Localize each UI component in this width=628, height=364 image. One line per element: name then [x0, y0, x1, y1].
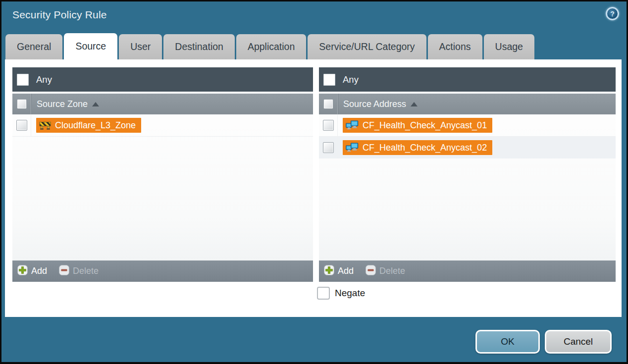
ok-button[interactable]: OK	[475, 330, 540, 354]
source-zone-column-header[interactable]: Source Zone	[12, 94, 313, 114]
row-checkbox[interactable]	[16, 120, 27, 131]
tab-usage[interactable]: Usage	[484, 34, 534, 59]
row-checkbox[interactable]	[323, 120, 334, 131]
sort-asc-icon[interactable]	[411, 102, 418, 106]
source-address-select-all-checkbox[interactable]	[323, 99, 333, 109]
source-address-any-checkbox[interactable]	[323, 74, 335, 86]
help-icon[interactable]: ?	[606, 7, 619, 20]
security-policy-rule-dialog: Security Policy Rule ? General Source Us…	[1, 1, 627, 362]
object-label: CF_Health_Check_Anycast_01	[363, 120, 487, 131]
tab-actions[interactable]: Actions	[428, 34, 482, 59]
list-item: Cloudflare_L3_Zone	[12, 114, 313, 137]
negate-checkbox[interactable]	[317, 287, 330, 300]
delete-icon	[366, 265, 376, 277]
tab-user[interactable]: User	[119, 34, 162, 59]
object-chip[interactable]: CF_Health_Check_Anycast_01	[343, 118, 492, 133]
source-address-delete-button[interactable]: Delete	[366, 265, 405, 277]
source-zone-footer: Add Delete	[12, 260, 313, 282]
source-zone-list: Cloudflare_L3_Zone	[12, 114, 313, 260]
tab-application[interactable]: Application	[236, 34, 306, 59]
source-address-list: CF_Health_Check_Anycast_01CF_Health_Chec…	[319, 114, 616, 260]
source-zone-any-label: Any	[36, 74, 52, 85]
source-zone-delete-button[interactable]: Delete	[59, 265, 99, 277]
source-zone-any-bar: Any	[12, 67, 313, 92]
source-address-column-title: Source Address	[343, 99, 406, 109]
source-address-column-header[interactable]: Source Address	[319, 94, 616, 114]
source-zone-select-all-checkbox[interactable]	[17, 99, 27, 109]
address-icon	[346, 120, 359, 131]
source-zone-any-checkbox[interactable]	[17, 74, 29, 86]
row-checkbox[interactable]	[323, 142, 334, 153]
tab-source[interactable]: Source	[64, 33, 117, 59]
tab-general[interactable]: General	[5, 34, 62, 59]
source-address-any-label: Any	[343, 74, 359, 85]
negate-option: Negate	[317, 287, 365, 300]
delete-icon	[59, 265, 69, 277]
object-label: CF_Health_Check_Anycast_02	[363, 143, 487, 153]
object-chip[interactable]: Cloudflare_L3_Zone	[36, 118, 141, 133]
add-icon	[17, 265, 28, 277]
tab-bar: General Source User Destination Applicat…	[5, 33, 534, 59]
source-address-any-bar: Any	[319, 67, 616, 92]
source-address-add-button[interactable]: Add	[324, 265, 354, 277]
object-label: Cloudflare_L3_Zone	[55, 120, 136, 131]
add-icon	[324, 265, 334, 277]
zone-icon	[39, 120, 51, 130]
cancel-button[interactable]: Cancel	[545, 330, 612, 354]
dialog-title: Security Policy Rule	[12, 9, 107, 21]
list-item: CF_Health_Check_Anycast_01	[319, 114, 616, 137]
tab-destination[interactable]: Destination	[163, 34, 235, 59]
source-zone-add-button[interactable]: Add	[17, 265, 47, 277]
source-zone-panel: Any Source Zone Cloudflare_L3_Zone Add D…	[12, 67, 313, 282]
negate-label: Negate	[335, 288, 365, 299]
sort-asc-icon[interactable]	[92, 102, 99, 106]
source-zone-column-title: Source Zone	[37, 99, 88, 109]
list-item: CF_Health_Check_Anycast_02	[319, 137, 616, 158]
source-address-footer: Add Delete	[319, 260, 616, 282]
tab-service-url-category[interactable]: Service/URL Category	[308, 34, 426, 59]
address-icon	[346, 142, 359, 154]
source-address-panel: Any Source Address CF_Health_Check_Anyca…	[319, 67, 616, 282]
source-tab-content: Any Source Zone Cloudflare_L3_Zone Add D…	[5, 59, 622, 317]
object-chip[interactable]: CF_Health_Check_Anycast_02	[343, 140, 492, 155]
